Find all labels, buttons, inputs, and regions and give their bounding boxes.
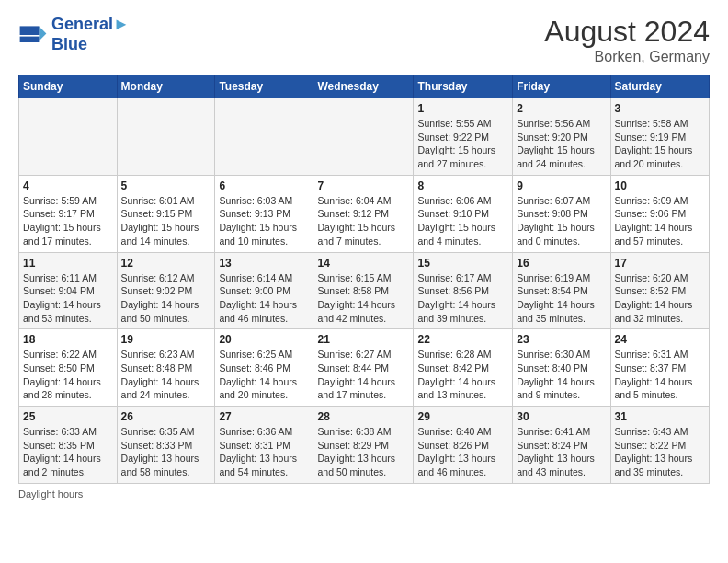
day-number: 3 xyxy=(615,102,705,115)
day-cell: 21Sunrise: 6:27 AMSunset: 8:44 PMDayligh… xyxy=(313,329,414,407)
day-cell: 17Sunrise: 6:20 AMSunset: 8:52 PMDayligh… xyxy=(610,252,709,329)
day-cell: 24Sunrise: 6:31 AMSunset: 8:37 PMDayligh… xyxy=(610,329,709,407)
day-header-tuesday: Tuesday xyxy=(215,75,313,98)
day-info: Sunrise: 6:28 AMSunset: 8:42 PMDaylight:… xyxy=(417,348,508,402)
day-number: 6 xyxy=(219,179,309,192)
title-block: August 2024 Borken, Germany xyxy=(544,15,710,65)
day-cell: 27Sunrise: 6:36 AMSunset: 8:31 PMDayligh… xyxy=(215,407,313,484)
week-row-0: 1Sunrise: 5:55 AMSunset: 9:22 PMDaylight… xyxy=(19,98,710,176)
day-info: Sunrise: 6:38 AMSunset: 8:29 PMDaylight:… xyxy=(317,425,409,479)
day-cell: 20Sunrise: 6:25 AMSunset: 8:46 PMDayligh… xyxy=(215,329,313,407)
day-header-monday: Monday xyxy=(117,75,215,98)
day-cell: 30Sunrise: 6:41 AMSunset: 8:24 PMDayligh… xyxy=(513,407,610,484)
day-number: 24 xyxy=(615,333,705,346)
day-cell xyxy=(215,98,313,176)
day-cell: 5Sunrise: 6:01 AMSunset: 9:15 PMDaylight… xyxy=(117,175,215,252)
day-cell: 23Sunrise: 6:30 AMSunset: 8:40 PMDayligh… xyxy=(513,329,610,407)
day-number: 16 xyxy=(517,257,606,270)
day-cell: 11Sunrise: 6:11 AMSunset: 9:04 PMDayligh… xyxy=(19,252,118,329)
day-info: Sunrise: 6:43 AMSunset: 8:22 PMDaylight:… xyxy=(615,425,705,479)
day-number: 12 xyxy=(121,257,211,270)
day-cell: 31Sunrise: 6:43 AMSunset: 8:22 PMDayligh… xyxy=(610,407,709,484)
day-info: Sunrise: 5:55 AMSunset: 9:22 PMDaylight:… xyxy=(417,117,508,171)
day-cell: 12Sunrise: 6:12 AMSunset: 9:02 PMDayligh… xyxy=(117,252,215,329)
calendar-table: SundayMondayTuesdayWednesdayThursdayFrid… xyxy=(18,75,710,484)
logo-icon xyxy=(18,20,48,50)
day-info: Sunrise: 6:23 AMSunset: 8:48 PMDaylight:… xyxy=(121,348,211,402)
day-header-thursday: Thursday xyxy=(414,75,513,98)
day-number: 20 xyxy=(219,333,309,346)
day-cell: 7Sunrise: 6:04 AMSunset: 9:12 PMDaylight… xyxy=(313,175,414,252)
day-number: 30 xyxy=(517,410,606,423)
logo-text: General► Blue xyxy=(51,15,130,54)
week-row-2: 11Sunrise: 6:11 AMSunset: 9:04 PMDayligh… xyxy=(19,252,710,329)
day-number: 31 xyxy=(615,410,705,423)
day-info: Sunrise: 6:14 AMSunset: 9:00 PMDaylight:… xyxy=(219,271,309,326)
day-number: 27 xyxy=(219,410,309,423)
day-cell: 4Sunrise: 5:59 AMSunset: 9:17 PMDaylight… xyxy=(19,175,118,252)
day-cell: 3Sunrise: 5:58 AMSunset: 9:19 PMDaylight… xyxy=(610,98,709,176)
day-cell: 19Sunrise: 6:23 AMSunset: 8:48 PMDayligh… xyxy=(117,329,215,407)
day-info: Sunrise: 6:31 AMSunset: 8:37 PMDaylight:… xyxy=(615,348,705,402)
day-cell: 26Sunrise: 6:35 AMSunset: 8:33 PMDayligh… xyxy=(117,407,215,484)
page: General► Blue August 2024 Borken, German… xyxy=(0,0,728,509)
week-row-1: 4Sunrise: 5:59 AMSunset: 9:17 PMDaylight… xyxy=(19,175,710,252)
week-row-3: 18Sunrise: 6:22 AMSunset: 8:50 PMDayligh… xyxy=(19,329,710,407)
day-cell: 15Sunrise: 6:17 AMSunset: 8:56 PMDayligh… xyxy=(414,252,513,329)
calendar-subtitle: Borken, Germany xyxy=(544,49,710,65)
day-info: Sunrise: 6:27 AMSunset: 8:44 PMDaylight:… xyxy=(317,348,409,402)
day-info: Sunrise: 6:35 AMSunset: 8:33 PMDaylight:… xyxy=(121,425,211,479)
day-number: 18 xyxy=(23,333,113,346)
day-cell xyxy=(117,98,215,176)
day-number: 13 xyxy=(219,257,309,270)
day-number: 14 xyxy=(317,257,409,270)
day-number: 10 xyxy=(615,179,705,192)
day-info: Sunrise: 6:03 AMSunset: 9:13 PMDaylight:… xyxy=(219,194,309,248)
day-cell: 28Sunrise: 6:38 AMSunset: 8:29 PMDayligh… xyxy=(313,407,414,484)
day-info: Sunrise: 6:12 AMSunset: 9:02 PMDaylight:… xyxy=(121,271,211,326)
day-cell: 8Sunrise: 6:06 AMSunset: 9:10 PMDaylight… xyxy=(414,175,513,252)
day-cell: 6Sunrise: 6:03 AMSunset: 9:13 PMDaylight… xyxy=(215,175,313,252)
day-info: Sunrise: 6:09 AMSunset: 9:06 PMDaylight:… xyxy=(615,194,705,248)
day-info: Sunrise: 6:30 AMSunset: 8:40 PMDaylight:… xyxy=(517,348,606,402)
day-cell: 10Sunrise: 6:09 AMSunset: 9:06 PMDayligh… xyxy=(610,175,709,252)
day-info: Sunrise: 6:17 AMSunset: 8:56 PMDaylight:… xyxy=(417,271,508,326)
day-number: 29 xyxy=(417,410,508,423)
day-cell xyxy=(19,98,118,176)
day-cell: 18Sunrise: 6:22 AMSunset: 8:50 PMDayligh… xyxy=(19,329,118,407)
day-number: 26 xyxy=(121,410,211,423)
day-number: 19 xyxy=(121,333,211,346)
day-info: Sunrise: 6:07 AMSunset: 9:08 PMDaylight:… xyxy=(517,194,606,248)
day-header-wednesday: Wednesday xyxy=(313,75,414,98)
day-info: Sunrise: 6:33 AMSunset: 8:35 PMDaylight:… xyxy=(23,425,113,479)
day-info: Sunrise: 6:06 AMSunset: 9:10 PMDaylight:… xyxy=(417,194,508,248)
day-cell: 22Sunrise: 6:28 AMSunset: 8:42 PMDayligh… xyxy=(414,329,513,407)
day-cell: 29Sunrise: 6:40 AMSunset: 8:26 PMDayligh… xyxy=(414,407,513,484)
header-row: SundayMondayTuesdayWednesdayThursdayFrid… xyxy=(19,75,710,98)
calendar-title: August 2024 xyxy=(544,15,710,49)
day-info: Sunrise: 5:59 AMSunset: 9:17 PMDaylight:… xyxy=(23,194,113,248)
day-number: 9 xyxy=(517,179,606,192)
day-cell xyxy=(313,98,414,176)
day-cell: 2Sunrise: 5:56 AMSunset: 9:20 PMDaylight… xyxy=(513,98,610,176)
day-cell: 1Sunrise: 5:55 AMSunset: 9:22 PMDaylight… xyxy=(414,98,513,176)
day-info: Sunrise: 6:36 AMSunset: 8:31 PMDaylight:… xyxy=(219,425,309,479)
day-header-friday: Friday xyxy=(513,75,610,98)
day-cell: 14Sunrise: 6:15 AMSunset: 8:58 PMDayligh… xyxy=(313,252,414,329)
day-info: Sunrise: 6:15 AMSunset: 8:58 PMDaylight:… xyxy=(317,271,409,326)
day-number: 17 xyxy=(615,257,705,270)
day-number: 8 xyxy=(417,179,508,192)
day-info: Sunrise: 6:22 AMSunset: 8:50 PMDaylight:… xyxy=(23,348,113,402)
day-cell: 13Sunrise: 6:14 AMSunset: 9:00 PMDayligh… xyxy=(215,252,313,329)
day-info: Sunrise: 6:19 AMSunset: 8:54 PMDaylight:… xyxy=(517,271,606,326)
day-cell: 16Sunrise: 6:19 AMSunset: 8:54 PMDayligh… xyxy=(513,252,610,329)
day-header-saturday: Saturday xyxy=(610,75,709,98)
day-info: Sunrise: 5:56 AMSunset: 9:20 PMDaylight:… xyxy=(517,117,606,171)
header: General► Blue August 2024 Borken, German… xyxy=(18,15,710,65)
logo: General► Blue xyxy=(18,15,130,54)
day-info: Sunrise: 6:40 AMSunset: 8:26 PMDaylight:… xyxy=(417,425,508,479)
day-info: Sunrise: 6:41 AMSunset: 8:24 PMDaylight:… xyxy=(517,425,606,479)
day-number: 28 xyxy=(317,410,409,423)
day-number: 7 xyxy=(317,179,409,192)
day-number: 11 xyxy=(23,257,113,270)
